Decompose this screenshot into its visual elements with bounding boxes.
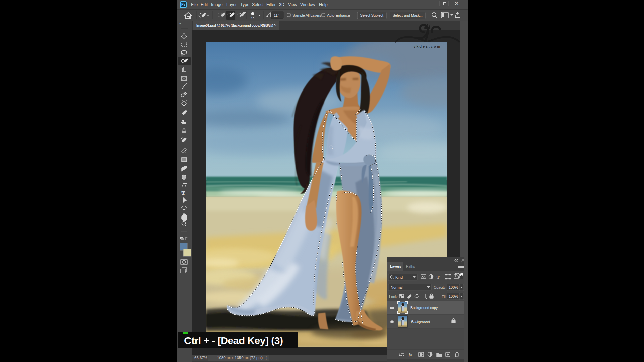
svg-text:»: » [179,22,181,25]
svg-text:ykdes.com: ykdes.com [413,44,441,48]
svg-text:10: 10 [251,17,254,20]
svg-text:fx: fx [409,352,412,357]
svg-text:T: T [182,190,185,196]
svg-text:Auto-Enhance: Auto-Enhance [327,13,350,17]
svg-text:Background: Background [411,320,430,324]
svg-text:Select and Mask...: Select and Mask... [392,13,422,17]
svg-text:Kind: Kind [395,275,403,279]
svg-text:Sample All Layers: Sample All Layers [292,13,321,17]
svg-text:Layers: Layers [390,264,401,268]
svg-text:Opacity:: Opacity: [434,285,446,289]
svg-text:Fill:: Fill: [442,295,447,299]
svg-text:100%: 100% [449,285,458,289]
svg-text:Select Subject: Select Subject [360,13,383,17]
svg-text:11°: 11° [274,13,279,17]
svg-text:Paths: Paths [406,264,415,268]
svg-text:T: T [437,275,440,280]
svg-text:Normal: Normal [391,285,402,289]
svg-text:Background copy: Background copy [410,306,438,310]
svg-text:Lock:: Lock: [389,295,398,299]
svg-text:100%: 100% [449,294,458,298]
